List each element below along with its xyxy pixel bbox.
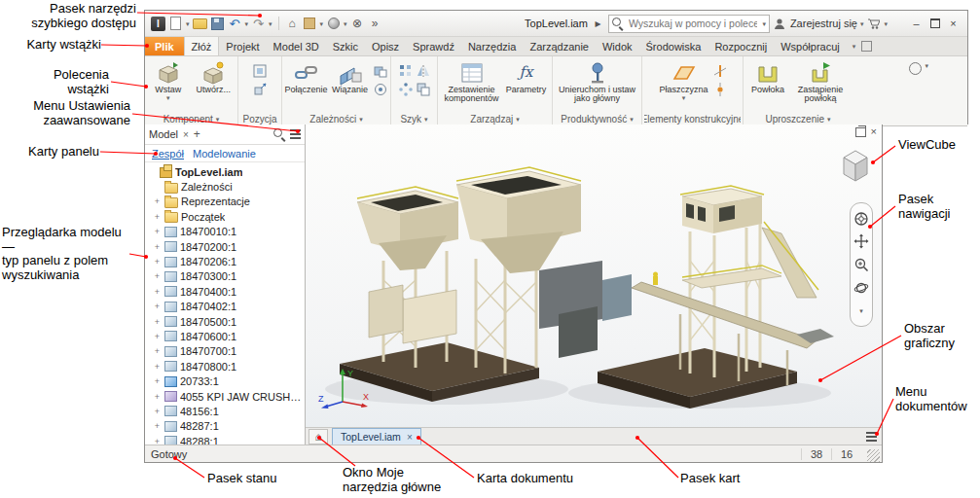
tab-zloz[interactable]: Złóż <box>184 37 220 55</box>
navigation-wheel-icon[interactable] <box>853 211 869 227</box>
tree-item[interactable]: +18470010:1 <box>148 225 305 239</box>
ribbon-options-flyout[interactable]: ▾ <box>909 56 928 125</box>
expander-icon[interactable]: + <box>153 407 162 416</box>
tree-item[interactable]: +18470600:1 <box>148 329 305 343</box>
position-move-button[interactable] <box>252 82 268 97</box>
tree-item[interactable]: +18470400:1 <box>148 284 305 299</box>
redo-button[interactable]: ↷ <box>251 16 266 32</box>
tree-item[interactable]: +48287:1 <box>148 419 305 434</box>
tree-item[interactable]: Zależności <box>148 179 305 194</box>
store-cart-button[interactable] <box>866 16 881 32</box>
expander-icon[interactable]: + <box>153 271 162 281</box>
expander-icon[interactable]: + <box>153 317 162 327</box>
navbar-more-icon[interactable]: ▾ <box>853 302 869 318</box>
viewcube[interactable] <box>835 146 876 187</box>
appearance-button[interactable] <box>326 16 341 32</box>
shrinkwrap-substitute-button[interactable]: Zastąpienie powłoką <box>791 58 850 104</box>
tree-item[interactable]: +18470700:1 <box>148 344 305 359</box>
tree-item[interactable]: +4055 KPI JAW CRUSHER:1 <box>148 389 305 404</box>
ground-root-button[interactable]: Unieruchom i ustaw jako główny <box>557 58 638 104</box>
3d-model[interactable] <box>310 134 846 418</box>
tab-srodowiska[interactable]: Środowiska <box>639 37 708 55</box>
tab-rozpocznij[interactable]: Rozpocznij <box>708 37 774 55</box>
tree-item[interactable]: +18470206:1 <box>148 254 305 268</box>
add-panel-tab-button[interactable]: + <box>194 127 200 141</box>
place-component-button[interactable]: Wstaw ▾ <box>147 58 190 101</box>
tree-item-root[interactable]: TopLevel.iam <box>148 164 305 179</box>
tree-item[interactable]: +Reprezentacje <box>148 195 305 209</box>
expander-icon[interactable]: + <box>153 287 162 297</box>
panel-tab-model[interactable]: Model <box>149 128 178 140</box>
zoom-icon[interactable] <box>853 257 869 272</box>
search-expand-icon[interactable]: ▸ <box>591 16 605 32</box>
tab-widok[interactable]: Widok <box>596 37 639 55</box>
ribbon-group-menu[interactable]: Uproszczenie ▾ <box>745 112 851 125</box>
ribbon-group-menu[interactable]: Komponent ▾ <box>147 112 236 125</box>
ribbon-group-menu[interactable]: Szyk ▾ <box>393 112 435 125</box>
tab-projekt[interactable]: Projekt <box>219 37 266 55</box>
copy-button[interactable] <box>416 82 431 97</box>
ribbon-group-menu[interactable]: Produktywność ▾ <box>555 112 639 125</box>
expander-icon[interactable]: + <box>153 242 162 252</box>
expander-icon[interactable]: + <box>153 227 162 236</box>
joint-button[interactable]: Połączenie <box>285 58 328 94</box>
tab-wspolpracuj[interactable]: Współpracuj <box>774 37 847 55</box>
panel-tab-zespol[interactable]: Zespół <box>152 148 184 160</box>
maximize-button[interactable] <box>926 17 943 31</box>
documents-menu-icon[interactable] <box>866 432 877 442</box>
home-button[interactable]: ⌂ <box>285 16 300 32</box>
material-button[interactable] <box>303 16 317 32</box>
expander-icon[interactable]: + <box>153 376 162 386</box>
tab-plik[interactable]: Plik <box>145 37 184 55</box>
create-component-button[interactable]: Utwórz... <box>192 58 236 94</box>
search-icon[interactable] <box>273 128 285 140</box>
tree-item[interactable]: +18470200:1 <box>148 239 305 254</box>
tab-narzedzia[interactable]: Narzędzia <box>461 37 524 55</box>
ribbon-group-menu[interactable]: Zależności ▾ <box>284 112 388 125</box>
my-home-button[interactable]: ⌂ <box>309 429 328 445</box>
new-file-button[interactable] <box>168 16 183 32</box>
parameters-button[interactable]: ƒx Parametry <box>504 58 549 94</box>
expander-icon[interactable]: + <box>153 212 162 222</box>
orbit-icon[interactable] <box>853 280 869 296</box>
tab-zarzadzanie[interactable]: Zarządzanie <box>523 37 596 55</box>
help-search-box[interactable]: ▾ <box>608 15 770 33</box>
plane-button[interactable]: Płaszczyzna ▾ <box>658 58 710 101</box>
panel-tab-modelowanie[interactable]: Modelowanie <box>193 148 256 160</box>
tree-item[interactable]: +18470300:1 <box>148 269 305 284</box>
toolbar-overflow-button[interactable]: » <box>368 16 382 32</box>
panel-close-icon[interactable]: × <box>183 129 189 140</box>
tab-sprawdz[interactable]: Sprawdź <box>406 37 461 55</box>
expander-icon[interactable]: + <box>153 302 162 311</box>
assembly-feature-button[interactable] <box>373 63 388 79</box>
sign-in-link[interactable]: Zarejestruj się <box>790 18 857 29</box>
ribbon-group-menu[interactable]: Zarządzaj ▾ <box>440 112 550 125</box>
expander-icon[interactable]: + <box>153 332 162 341</box>
open-file-button[interactable] <box>193 16 207 32</box>
tree-item[interactable]: +18470500:1 <box>148 314 305 329</box>
close-button[interactable]: × <box>945 17 962 31</box>
work-point-button[interactable] <box>712 82 728 97</box>
shrinkwrap-button[interactable]: Powłoka <box>746 58 789 94</box>
resize-grip[interactable] <box>867 449 880 462</box>
save-button[interactable] <box>210 16 225 32</box>
expander-icon[interactable]: + <box>153 346 162 356</box>
ribbon-group-menu[interactable]: Elementy konstrukcyjne <box>644 112 741 125</box>
expander-icon[interactable]: + <box>153 257 162 267</box>
tree-item[interactable]: +18470402:1 <box>148 300 305 314</box>
expander-icon[interactable]: + <box>153 437 162 445</box>
tree-item[interactable]: +48288:1 <box>148 434 305 445</box>
bom-button[interactable]: Zestawienie komponentów <box>442 58 502 104</box>
close-document-icon[interactable]: × <box>871 126 877 137</box>
tab-opisz[interactable]: Opisz <box>365 37 406 55</box>
pan-icon[interactable] <box>853 233 869 249</box>
tree-item[interactable]: +20733:1 <box>148 374 305 388</box>
circular-pattern-button[interactable] <box>398 82 414 97</box>
expander-icon[interactable]: + <box>153 421 162 431</box>
advanced-settings-menu-icon[interactable] <box>290 129 301 139</box>
tree-item[interactable]: +Początek <box>148 209 305 224</box>
close-tab-icon[interactable]: × <box>407 432 413 443</box>
expander-icon[interactable]: + <box>153 362 162 372</box>
minimize-button[interactable]: – <box>908 17 925 31</box>
document-tab[interactable]: TopLevel.iam × <box>332 428 421 445</box>
